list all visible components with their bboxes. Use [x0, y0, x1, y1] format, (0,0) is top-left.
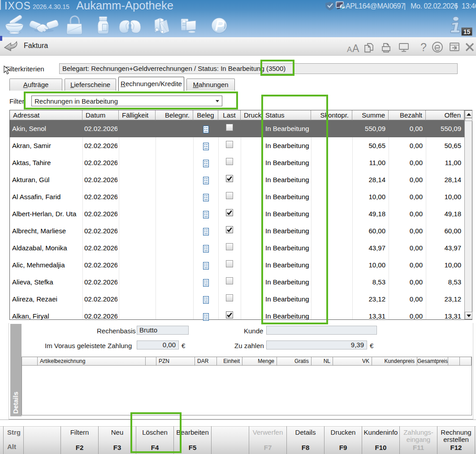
svg-text:A: A	[347, 45, 352, 54]
svg-text:15: 15	[463, 28, 471, 35]
svg-text:?: ?	[420, 41, 427, 53]
svg-text:A: A	[352, 43, 359, 54]
